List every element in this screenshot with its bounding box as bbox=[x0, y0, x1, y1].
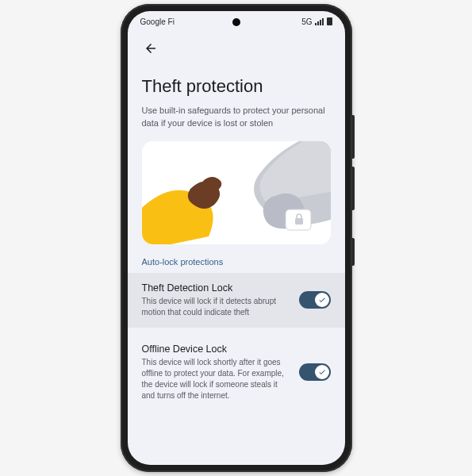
signal-icon bbox=[315, 18, 324, 25]
top-bar bbox=[128, 32, 345, 62]
volume-up-button[interactable] bbox=[352, 115, 355, 159]
toggle-thumb bbox=[315, 365, 329, 379]
network-label: 5G bbox=[301, 17, 312, 26]
arrow-back-icon bbox=[144, 41, 158, 56]
setting-offline-device-lock[interactable]: Offline Device Lock This device will loc… bbox=[128, 334, 345, 411]
hero-illustration bbox=[142, 141, 331, 244]
volume-down-button[interactable] bbox=[352, 167, 355, 210]
power-button[interactable] bbox=[352, 238, 355, 266]
screen: Google Fi 5G Theft protection Use built-… bbox=[128, 11, 345, 465]
toggle-theft-detection-lock[interactable] bbox=[299, 291, 331, 309]
battery-icon bbox=[327, 17, 332, 25]
phone-frame: Google Fi 5G Theft protection Use built-… bbox=[121, 4, 352, 472]
setting-theft-detection-lock[interactable]: Theft Detection Lock This device will lo… bbox=[128, 273, 345, 328]
setting-text: Theft Detection Lock This device will lo… bbox=[142, 282, 290, 318]
setting-desc: This device will lock shortly after it g… bbox=[142, 357, 290, 401]
carrier-label: Google Fi bbox=[140, 17, 175, 26]
content: Theft protection Use built-in safeguards… bbox=[128, 62, 345, 465]
setting-desc: This device will lock if it detects abru… bbox=[142, 296, 290, 318]
check-icon bbox=[318, 296, 326, 304]
check-icon bbox=[318, 368, 326, 376]
toggle-offline-device-lock[interactable] bbox=[299, 363, 331, 381]
section-label: Auto-lock protections bbox=[142, 257, 331, 267]
setting-title: Theft Detection Lock bbox=[142, 282, 290, 294]
page-subtitle: Use built-in safeguards to protect your … bbox=[142, 105, 331, 130]
back-button[interactable] bbox=[139, 36, 163, 60]
setting-text: Offline Device Lock This device will loc… bbox=[142, 344, 290, 401]
status-right: 5G bbox=[301, 17, 332, 26]
camera-cutout bbox=[232, 18, 240, 26]
toggle-thumb bbox=[315, 293, 329, 307]
svg-rect-2 bbox=[295, 218, 303, 225]
page-title: Theft protection bbox=[142, 76, 331, 97]
setting-title: Offline Device Lock bbox=[142, 344, 290, 355]
